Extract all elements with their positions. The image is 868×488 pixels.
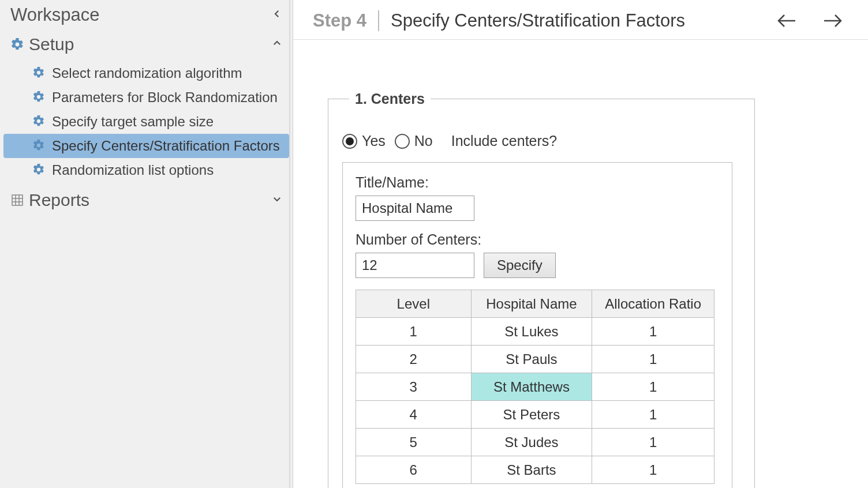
num-centers-input[interactable]: 12: [356, 253, 474, 278]
specify-button[interactable]: Specify: [484, 253, 556, 278]
table-cell[interactable]: 2: [356, 346, 472, 373]
table-row: 6St Barts1: [356, 456, 714, 484]
table-cell[interactable]: 1: [592, 346, 714, 373]
collapse-sidebar-icon[interactable]: [272, 9, 282, 22]
table-cell[interactable]: St Peters: [471, 401, 592, 429]
table-cell[interactable]: 4: [356, 401, 472, 429]
chevron-down-icon: [272, 194, 282, 207]
setup-items: Select randomization algorithmParameters…: [0, 61, 293, 187]
table-header[interactable]: Hospital Name: [471, 290, 592, 318]
table-row: 5St Judes1: [356, 429, 714, 456]
table-row: 2St Pauls1: [356, 346, 714, 373]
workspace-sidebar: Workspace Setup Select randomization alg…: [0, 0, 293, 488]
step-number: Step 4: [313, 10, 379, 31]
table-row: 4St Peters1: [356, 401, 714, 429]
table-cell[interactable]: 1: [592, 318, 714, 346]
gear-icon: [32, 91, 46, 104]
table-cell[interactable]: St Judes: [471, 429, 592, 456]
table-header[interactable]: Allocation Ratio: [592, 290, 714, 318]
sidebar-item-label: Randomization list options: [52, 162, 214, 178]
table-cell[interactable]: 1: [356, 318, 472, 346]
table-cell[interactable]: 3: [356, 373, 472, 401]
tree-section-setup[interactable]: Setup: [0, 31, 293, 61]
gear-icon: [32, 66, 46, 80]
table-cell[interactable]: 1: [592, 456, 714, 484]
sidebar-item[interactable]: Specify target sample size: [3, 110, 289, 134]
gear-icon: [10, 37, 24, 51]
table-row: 1St Lukes1: [356, 318, 714, 346]
tree-section-reports[interactable]: Reports: [0, 187, 293, 217]
table-cell[interactable]: 1: [592, 429, 714, 456]
workspace-title: Workspace: [10, 5, 100, 25]
table-cell[interactable]: St Lukes: [471, 318, 592, 346]
radio-label: Yes: [362, 133, 386, 149]
grid-icon: [10, 193, 24, 207]
sidebar-item-label: Parameters for Block Randomization: [52, 89, 278, 106]
prev-step-button[interactable]: [777, 13, 796, 28]
centers-fieldset: 1. Centers Yes No Include centers? Title…: [328, 91, 755, 488]
step-header: Step 4 Specify Centers/Stratification Fa…: [293, 0, 868, 40]
include-centers-no-radio[interactable]: No: [395, 133, 433, 149]
centers-details-box: Title/Name: Hospital Name Number of Cent…: [342, 162, 732, 488]
svg-rect-0: [12, 195, 23, 205]
table-cell[interactable]: St Matthews: [471, 373, 592, 401]
table-cell[interactable]: 1: [592, 373, 714, 401]
centers-legend: 1. Centers: [349, 91, 431, 107]
step-title: Specify Centers/Stratification Factors: [379, 10, 685, 31]
sidebar-item-label: Specify Centers/Stratification Factors: [52, 138, 280, 154]
sidebar-item[interactable]: Specify Centers/Stratification Factors: [3, 134, 289, 158]
chevron-up-icon: [272, 38, 282, 51]
title-name-input[interactable]: Hospital Name: [356, 196, 474, 221]
sidebar-item-label: Select randomization algorithm: [52, 65, 242, 81]
table-row: 3St Matthews1: [356, 373, 714, 401]
tree-section-label: Reports: [29, 190, 89, 210]
table-cell[interactable]: St Barts: [471, 456, 592, 484]
radio-label: No: [414, 133, 433, 149]
tree-section-label: Setup: [29, 35, 74, 54]
table-cell[interactable]: 6: [356, 456, 472, 484]
gear-icon: [32, 163, 46, 177]
table-cell[interactable]: 5: [356, 429, 472, 456]
include-centers-label: Include centers?: [451, 133, 557, 149]
gear-icon: [32, 115, 46, 129]
sidebar-item[interactable]: Parameters for Block Randomization: [3, 85, 289, 110]
table-cell[interactable]: St Pauls: [471, 346, 592, 373]
sidebar-item[interactable]: Randomization list options: [3, 158, 289, 182]
table-cell[interactable]: 1: [592, 401, 714, 429]
num-centers-label: Number of Centers:: [356, 231, 719, 248]
next-step-button[interactable]: [823, 13, 843, 28]
main-panel: Step 4 Specify Centers/Stratification Fa…: [293, 0, 868, 488]
title-name-label: Title/Name:: [356, 174, 719, 191]
centers-table: LevelHospital NameAllocation Ratio 1St L…: [356, 290, 714, 484]
table-header[interactable]: Level: [356, 290, 472, 318]
sidebar-item-label: Specify target sample size: [52, 114, 214, 130]
sidebar-item[interactable]: Select randomization algorithm: [3, 61, 289, 85]
gear-icon: [32, 139, 46, 153]
include-centers-yes-radio[interactable]: Yes: [342, 133, 386, 149]
sidebar-divider: [289, 0, 290, 488]
